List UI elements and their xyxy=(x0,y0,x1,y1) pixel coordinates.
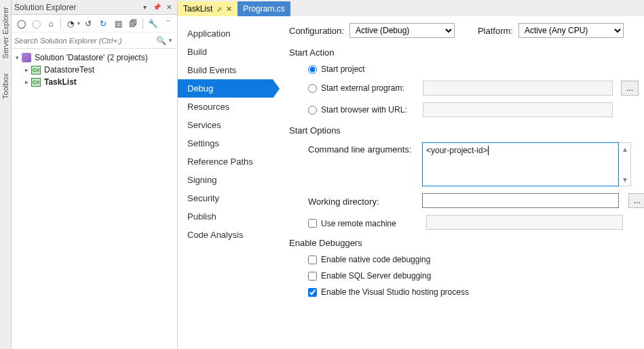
native-debug-check[interactable]: Enable native code debugging xyxy=(308,255,644,264)
search-icon[interactable]: 🔍 xyxy=(155,36,166,45)
tab-program-cs[interactable]: Program.cs xyxy=(238,1,290,16)
nav-publish[interactable]: Publish xyxy=(178,207,273,226)
radio-label: Start external program: xyxy=(321,83,416,93)
radio-label: Start browser with URL: xyxy=(321,105,416,115)
close-icon[interactable]: ✕ xyxy=(164,2,174,13)
hosting-process-check[interactable]: Enable the Visual Studio hosting process xyxy=(308,287,644,297)
nav-security[interactable]: Security xyxy=(178,189,273,207)
tab-tasklist[interactable]: TaskList ⬀ ✕ xyxy=(178,1,238,16)
pin-icon[interactable]: 📌 xyxy=(151,2,162,13)
sql-debug-check[interactable]: Enable SQL Server debugging xyxy=(308,271,644,281)
project-label: DatastoreTest xyxy=(44,65,94,75)
nav-settings[interactable]: Settings xyxy=(178,134,273,152)
workdir-label: Working directory: xyxy=(308,194,417,207)
document-tabs: TaskList ⬀ ✕ Program.cs xyxy=(178,0,644,16)
nav-signing[interactable]: Signing xyxy=(178,171,273,189)
sync-icon[interactable]: ↺ xyxy=(81,17,95,30)
start-options-title: Start Options xyxy=(289,125,644,136)
checkbox-input[interactable] xyxy=(308,219,317,228)
nav-services[interactable]: Services xyxy=(178,116,273,134)
project-node[interactable]: C# DatastoreTest xyxy=(13,64,176,76)
chevron-down-icon[interactable]: ▾ xyxy=(166,37,174,43)
main-area: TaskList ⬀ ✕ Program.cs Application Buil… xyxy=(178,0,644,349)
checkbox-input[interactable] xyxy=(308,288,317,297)
checkbox-label: Enable native code debugging xyxy=(321,255,430,264)
tab-label: TaskList xyxy=(183,4,212,14)
start-external-radio[interactable]: Start external program: ... xyxy=(308,81,644,96)
solution-explorer-titlebar: Solution Explorer ▾ 📌 ✕ xyxy=(12,0,177,15)
tab-label: Program.cs xyxy=(243,4,284,14)
browse-button[interactable]: ... xyxy=(628,193,644,208)
solution-toolbar: ◯ ◯ ⌂ ◔▾ ↺ ↻ ▤ 🗐 🔧 ¨ xyxy=(12,15,177,33)
back-icon[interactable]: ◯ xyxy=(14,17,28,30)
close-icon[interactable]: ✕ xyxy=(226,5,232,14)
checkbox-label: Enable the Visual Studio hosting process xyxy=(321,287,469,297)
remote-machine-field xyxy=(426,215,623,230)
platform-select[interactable]: Active (Any CPU) xyxy=(518,23,624,38)
browse-button[interactable]: ... xyxy=(621,81,639,96)
pin-icon[interactable]: ⬀ xyxy=(216,5,222,13)
solution-tree: Solution 'Datastore' (2 projects) C# Dat… xyxy=(12,49,177,91)
start-action-title: Start Action xyxy=(289,47,644,58)
radio-input[interactable] xyxy=(308,65,317,74)
overflow-icon[interactable]: ¨ xyxy=(161,17,174,30)
configuration-label: Configuration: xyxy=(289,26,344,36)
properties-icon[interactable]: 🔧 xyxy=(146,17,159,30)
radio-input[interactable] xyxy=(308,84,317,93)
home-icon[interactable]: ⌂ xyxy=(44,17,58,30)
nav-resources[interactable]: Resources xyxy=(178,98,273,116)
workdir-field[interactable] xyxy=(422,193,619,208)
enable-debuggers-title: Enable Debuggers xyxy=(289,238,644,248)
forward-icon[interactable]: ◯ xyxy=(29,17,43,30)
solution-node[interactable]: Solution 'Datastore' (2 projects) xyxy=(13,52,176,64)
refresh-icon[interactable]: ↻ xyxy=(96,17,110,30)
nav-debug[interactable]: Debug xyxy=(178,79,273,98)
side-toolstrip: Server Explorer Toolbox xyxy=(0,0,12,349)
panel-title-text: Solution Explorer xyxy=(14,3,138,12)
nav-build-events[interactable]: Build Events xyxy=(178,61,273,79)
scrollbar[interactable]: ▴▾ xyxy=(619,142,631,186)
scroll-up-icon[interactable]: ▴ xyxy=(623,144,627,154)
csharp-project-icon: C# xyxy=(31,77,41,87)
settings-nav: Application Build Build Events Debug Res… xyxy=(178,16,273,349)
cmdline-textarea[interactable]: <your-project-id> xyxy=(422,142,619,186)
nav-code-analysis[interactable]: Code Analysis xyxy=(178,226,273,244)
checkbox-input[interactable] xyxy=(308,272,317,281)
showall-icon[interactable]: 🗐 xyxy=(126,17,140,30)
scope-icon[interactable]: ◔ xyxy=(64,17,77,30)
project-node[interactable]: C# TaskList xyxy=(13,76,176,88)
expand-icon[interactable] xyxy=(22,66,31,73)
expand-icon[interactable] xyxy=(22,79,31,85)
external-program-field[interactable] xyxy=(423,81,613,96)
configuration-select[interactable]: Active (Debug) xyxy=(349,23,455,38)
separator xyxy=(60,18,61,29)
cmdline-row: Command line arguments: <your-project-id… xyxy=(308,142,644,186)
collapse-icon[interactable]: ▤ xyxy=(111,17,125,30)
project-label: TaskList xyxy=(44,77,77,87)
csharp-project-icon: C# xyxy=(31,64,41,75)
radio-input[interactable] xyxy=(308,106,317,115)
separator xyxy=(143,18,143,29)
search-input[interactable] xyxy=(14,37,155,45)
server-explorer-tab[interactable]: Server Explorer xyxy=(0,3,11,62)
expand-icon[interactable] xyxy=(13,54,21,61)
nav-application[interactable]: Application xyxy=(178,24,273,43)
checkbox-label: Use remote machine xyxy=(321,219,396,228)
dropdown-icon[interactable]: ▾ xyxy=(139,2,150,13)
radio-label: Start project xyxy=(321,64,365,74)
solution-icon xyxy=(21,52,32,63)
remote-check[interactable]: Use remote machine xyxy=(308,217,396,228)
toolbox-tab[interactable]: Toolbox xyxy=(0,69,11,103)
nav-reference-paths[interactable]: Reference Paths xyxy=(178,152,273,171)
nav-build[interactable]: Build xyxy=(178,43,273,61)
scroll-down-icon[interactable]: ▾ xyxy=(623,175,627,184)
chevron-down-icon[interactable]: ▾ xyxy=(77,20,80,26)
checkbox-input[interactable] xyxy=(308,255,317,264)
start-browser-radio[interactable]: Start browser with URL: xyxy=(308,102,644,117)
enable-debuggers-group: Enable native code debugging Enable SQL … xyxy=(308,255,644,297)
start-project-radio[interactable]: Start project xyxy=(308,64,644,74)
checkbox-label: Enable SQL Server debugging xyxy=(321,271,431,281)
browser-url-field[interactable] xyxy=(423,102,613,117)
remote-row: Use remote machine xyxy=(308,215,644,230)
debug-settings: Configuration: Active (Debug) Platform: … xyxy=(273,16,644,349)
